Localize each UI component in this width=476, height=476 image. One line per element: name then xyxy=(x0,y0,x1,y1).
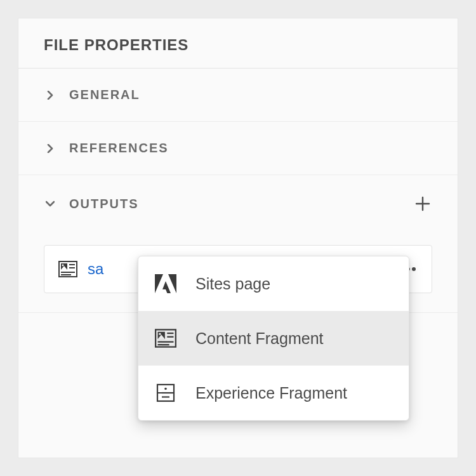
add-output-menu: Sites page Content Fragment xyxy=(138,256,409,421)
menu-item-label: Sites page xyxy=(195,275,270,293)
section-outputs-header[interactable]: OUTPUTS xyxy=(18,175,458,232)
menu-item-label: Experience Fragment xyxy=(195,384,347,402)
adobe-icon xyxy=(154,273,178,294)
section-outputs-label: OUTPUTS xyxy=(69,197,139,211)
svg-point-12 xyxy=(412,267,416,271)
plus-icon xyxy=(414,195,431,212)
menu-item-label: Content Fragment xyxy=(195,329,324,348)
svg-point-4 xyxy=(62,265,64,267)
section-general-header[interactable]: GENERAL xyxy=(18,69,458,121)
section-general: GENERAL xyxy=(18,69,458,122)
output-item-name: sa xyxy=(88,260,103,278)
content-fragment-icon xyxy=(154,327,178,349)
chevron-right-icon xyxy=(44,89,56,102)
chevron-down-icon xyxy=(44,197,56,210)
panel-header: FILE PROPERTIES xyxy=(18,18,458,69)
menu-item-experience-fragment[interactable]: Experience Fragment xyxy=(138,366,409,420)
section-general-label: GENERAL xyxy=(69,88,140,102)
chevron-right-icon xyxy=(44,142,56,155)
svg-point-26 xyxy=(164,388,167,390)
menu-item-sites-page[interactable]: Sites page xyxy=(138,256,409,311)
content-fragment-icon xyxy=(58,260,77,278)
svg-point-18 xyxy=(159,333,161,335)
svg-marker-15 xyxy=(162,281,171,293)
experience-fragment-icon xyxy=(154,382,178,404)
svg-marker-13 xyxy=(155,274,163,293)
section-references: REFERENCES xyxy=(18,122,458,175)
section-references-label: REFERENCES xyxy=(69,141,169,155)
add-output-button[interactable] xyxy=(413,194,432,213)
section-references-header[interactable]: REFERENCES xyxy=(18,122,458,175)
panel-title: FILE PROPERTIES xyxy=(44,36,432,54)
file-properties-panel: FILE PROPERTIES GENERAL REFERENCES OUTPU… xyxy=(18,18,458,458)
menu-item-content-fragment[interactable]: Content Fragment xyxy=(138,311,409,366)
